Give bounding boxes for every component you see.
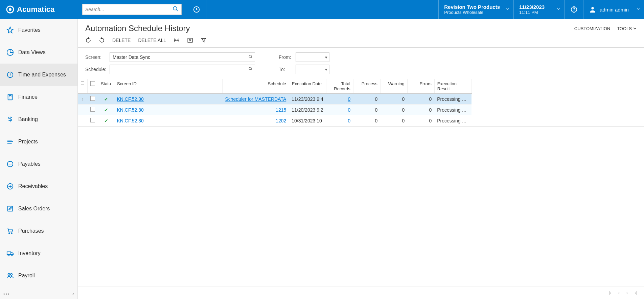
sidebar-item-label: Finance [18,94,38,100]
col-screen-id[interactable]: Screen ID [114,79,223,94]
sidebar-item-payables[interactable]: Payables [0,153,77,175]
row-indicator[interactable] [78,115,88,126]
sidebar-item-banking[interactable]: Banking [0,108,77,131]
screen-id-link[interactable]: KN.CF.52.30 [117,96,144,102]
page-last-icon[interactable]: ›| [635,290,637,295]
col-total-records[interactable]: Total Records [326,79,353,94]
row-result: Processing … [434,94,472,105]
filter-button[interactable] [201,37,207,43]
page-next-icon[interactable]: › [626,290,628,295]
col-status[interactable]: Statu [98,79,114,94]
sidebar-item-data-views[interactable]: Data Views [0,41,77,64]
table-row[interactable]: ✔KN.CF.52.30121511/20/2023 9:20000Proces… [78,105,472,115]
sidebar-item-time-expenses[interactable]: Time and Expenses [0,64,77,86]
minus-icon [5,160,15,168]
col-exec-result[interactable]: Execution Result [434,79,472,94]
page-header: Automation Schedule History CUSTOMIZATIO… [78,19,644,36]
row-status: ✔ [98,94,114,105]
row-process: 0 [353,105,380,115]
from-input[interactable] [296,52,329,62]
star-icon [5,26,15,34]
dropdown-icon[interactable]: ▾ [325,55,327,60]
export-excel-button[interactable] [187,37,193,43]
page-prev-icon[interactable]: ‹ [618,290,620,295]
business-date[interactable]: 11/23/2023 11:11 PM [513,0,564,19]
sidebar-item-finance[interactable]: Finance [0,86,77,108]
row-indicator[interactable]: › [78,94,88,105]
screen-id-link[interactable]: KN.CF.52.30 [117,118,144,123]
checkbox-icon [90,107,95,112]
svg-point-2 [173,6,177,10]
chevron-down-icon [505,7,510,13]
search-box[interactable] [82,4,182,15]
total-records-link[interactable]: 0 [348,96,350,102]
lookup-icon[interactable] [248,67,253,72]
select-all-header[interactable] [88,79,98,94]
col-warning[interactable]: Warning [380,79,407,94]
schedule-link[interactable]: Scheduler for MASTERDATA [225,96,286,102]
to-input[interactable] [296,65,329,74]
sidebar-item-favorites[interactable]: Favorites [0,19,77,41]
row-indicator[interactable] [78,105,88,115]
tenant-selector[interactable]: Revision Two Products Products Wholesale [438,0,513,19]
fit-columns-button[interactable] [174,37,180,43]
fit-icon [174,37,180,43]
col-process[interactable]: Process [353,79,380,94]
more-menu-icon[interactable]: ••• [3,292,10,297]
caret-down-icon [633,27,637,30]
refresh-icon [85,37,91,43]
brand-logo[interactable]: Acumatica [0,0,78,19]
cart-icon [5,227,15,235]
table-row[interactable]: ✔KN.CF.52.30120210/31/2023 100000Process… [78,115,472,126]
refresh-button[interactable] [85,37,91,43]
truck-icon [5,250,15,257]
schedule-link[interactable]: 1215 [276,107,286,113]
row-checkbox[interactable] [88,115,98,126]
delete-all-button[interactable]: DELETE ALL [138,38,166,43]
row-status: ✔ [98,115,114,126]
lookup-icon[interactable] [248,54,253,60]
search-icon[interactable] [172,6,179,13]
sidebar-item-inventory[interactable]: Inventory [0,242,77,264]
sidebar-item-projects[interactable]: Projects [0,131,77,153]
tools-button[interactable]: TOOLS [617,26,637,31]
cancel-button[interactable] [99,37,105,43]
col-exec-date[interactable]: Execution Date [289,79,326,94]
svg-point-23 [11,233,12,234]
help-button[interactable] [564,0,583,19]
col-errors[interactable]: Errors [407,79,434,94]
schedule-link[interactable]: 1202 [276,118,286,123]
col-schedule[interactable]: Schedule [223,79,289,94]
row-exec-date: 11/20/2023 9:2 [289,105,326,115]
svg-point-28 [10,274,12,276]
total-records-link[interactable]: 0 [348,107,350,113]
clock-icon [5,71,15,78]
sidebar-item-payroll[interactable]: Payroll [0,264,77,287]
customization-button[interactable]: CUSTOMIZATION [574,26,610,31]
delete-button[interactable]: DELETE [112,38,131,43]
screen-id-link[interactable]: KN.CF.52.30 [117,107,144,113]
row-checkbox[interactable] [88,105,98,115]
sidebar-item-receivables[interactable]: Receivables [0,175,77,198]
row-checkbox[interactable] [88,94,98,105]
page-first-icon[interactable]: |‹ [609,290,612,295]
recent-button[interactable] [186,0,207,19]
dropdown-icon[interactable]: ▾ [325,67,327,72]
user-menu[interactable]: admin admin [583,0,644,19]
svg-line-3 [176,9,178,11]
search-input[interactable] [85,7,172,12]
table-row[interactable]: ›✔KN.CF.52.30Scheduler for MASTERDATA11/… [78,94,472,105]
total-records-link[interactable]: 0 [348,118,350,123]
sidebar-item-sales-orders[interactable]: Sales Orders [0,198,77,220]
screen-input[interactable] [110,52,255,62]
chevron-down-icon [556,7,561,13]
svg-line-34 [251,57,252,59]
collapse-sidebar-icon[interactable]: ‹ [72,291,74,297]
row-exec-date: 11/23/2023 9:4 [289,94,326,105]
column-tools[interactable] [78,79,88,94]
sidebar-item-purchases[interactable]: Purchases [0,220,77,242]
plus-icon [5,183,15,190]
sidebar-item-label: Purchases [18,228,44,234]
sidebar-item-label: Sales Orders [18,206,50,212]
schedule-input[interactable] [110,65,255,74]
